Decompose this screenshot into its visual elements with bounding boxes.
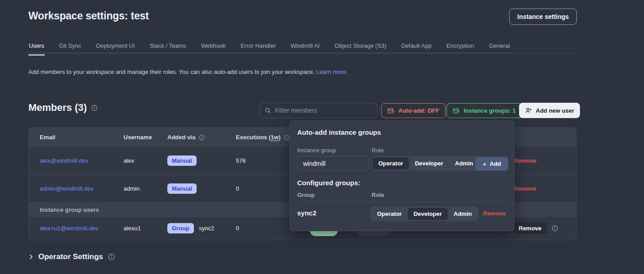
role-option-operator[interactable]: Operator — [371, 208, 408, 220]
role-option-admin[interactable]: Admin — [448, 208, 478, 220]
role-option-developer[interactable]: Developer — [408, 208, 448, 220]
instance-settings-button[interactable]: Instance settings — [509, 9, 577, 25]
role-option-operator[interactable]: Operator — [373, 157, 409, 169]
configured-group-role-toggle: Operator Developer Admin — [370, 206, 478, 221]
intro-text: Add members to your workspace and manage… — [28, 68, 348, 75]
role-column-header: Role — [372, 192, 384, 198]
executions-info-icon[interactable] — [284, 134, 290, 141]
operator-settings-info-icon[interactable] — [108, 253, 115, 260]
configured-groups-heading: Configured groups: — [297, 179, 360, 187]
auto-add-popup: Auto-add instance groups Instance group … — [290, 120, 515, 231]
member-username: alexu1 — [124, 225, 167, 232]
add-new-user-button[interactable]: Add new user — [519, 103, 580, 118]
member-username: alex — [124, 157, 167, 164]
settings-tabbar: Users Git Sync Deployment UI Slack / Tea… — [28, 39, 576, 54]
members-heading: Members (3) — [28, 102, 98, 114]
added-via-badge: Manual — [167, 183, 197, 194]
role-option-admin[interactable]: Admin — [449, 157, 479, 169]
filter-members-input[interactable] — [275, 107, 372, 114]
col-header-added-via: Added via — [167, 134, 236, 141]
instance-group-input[interactable] — [297, 156, 369, 171]
added-via-badge: Manual — [167, 155, 197, 166]
operator-settings-label: Operator Settings — [38, 252, 103, 261]
popup-divider — [297, 202, 508, 202]
member-email-link[interactable]: admin@windmill.dev — [40, 185, 124, 192]
new-group-role-toggle: Operator Developer Admin — [372, 156, 480, 171]
auto-add-label: Auto-add: OFF — [398, 107, 439, 114]
instance-groups-label: Instance groups: 1 — [464, 107, 516, 114]
col-header-email: Email — [40, 134, 124, 141]
learn-more-link[interactable]: Learn more. — [316, 68, 348, 75]
added-via-info-icon[interactable] — [198, 134, 205, 141]
mail-plus-icon — [387, 107, 395, 114]
members-info-icon[interactable] — [91, 105, 98, 111]
col-header-username: Username — [124, 134, 167, 141]
mail-group-icon — [453, 107, 460, 114]
members-heading-label: Members (3) — [28, 102, 87, 114]
role-label: Role — [372, 147, 384, 154]
remove-member-link[interactable]: Remove — [514, 185, 576, 192]
remove-info-icon[interactable] — [552, 225, 558, 232]
add-group-button[interactable]: + Add — [475, 157, 508, 171]
member-username: admin — [124, 185, 167, 192]
added-via-badge: Group — [167, 223, 194, 233]
tabbar-border — [28, 53, 576, 54]
chevron-right-icon — [28, 254, 34, 260]
intro-description: Add members to your workspace and manage… — [28, 68, 314, 75]
configured-group-name: sync2 — [297, 209, 317, 217]
auto-add-button[interactable]: Auto-add: OFF — [381, 103, 446, 118]
role-option-developer[interactable]: Developer — [409, 157, 449, 169]
operator-settings-section[interactable]: Operator Settings — [28, 252, 115, 261]
member-email-link[interactable]: alex+u1@windmill.dev — [40, 225, 124, 232]
instance-groups-button[interactable]: Instance groups: 1 — [446, 103, 522, 118]
member-email-link[interactable]: alex@windmill.dev — [40, 157, 124, 164]
remove-member-link[interactable]: Remove — [514, 157, 576, 164]
popup-title: Auto-add instance groups — [297, 128, 381, 136]
remove-member-button[interactable]: Remove — [514, 222, 547, 234]
search-icon — [265, 107, 271, 114]
added-via-group-name: sync2 — [199, 225, 214, 232]
plus-icon: + — [483, 160, 487, 168]
add-group-label: Add — [490, 160, 501, 167]
group-column-header: Group — [297, 192, 315, 198]
remove-configured-group-link[interactable]: Remove — [483, 210, 506, 217]
add-new-user-label: Add new user — [536, 107, 574, 114]
instance-group-label: Instance group — [297, 147, 336, 154]
user-plus-icon — [525, 107, 532, 114]
filter-members-box — [259, 103, 377, 118]
page-title: Workspace settings: test — [28, 10, 149, 22]
